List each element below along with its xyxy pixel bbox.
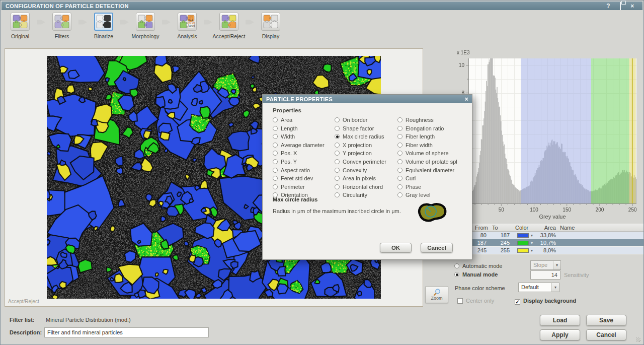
workflow-step-accept-reject[interactable]: Accept/Reject	[212, 13, 246, 39]
puzzle-accept-reject-icon	[219, 13, 238, 31]
chevron-down-icon[interactable]: ▾	[531, 248, 533, 253]
property-radio-average-diameter[interactable]: Average diameter	[273, 142, 335, 148]
phase-table-row[interactable]: 80187▾33,8%	[471, 232, 643, 239]
property-radio-fiber-length[interactable]: Fiber length	[397, 133, 473, 140]
property-radio-on-border[interactable]: On border	[335, 117, 397, 123]
property-radio-aspect-ratio[interactable]: Aspect ratio	[273, 167, 335, 173]
property-radio-fiber-width[interactable]: Fiber width	[397, 142, 473, 148]
radio-icon	[397, 117, 403, 122]
radio-icon	[335, 176, 340, 181]
property-radio-x-projection[interactable]: X projection	[335, 142, 397, 148]
col-header-from[interactable]: From	[471, 225, 488, 231]
automatic-mode-radio[interactable]: Automatic mode	[454, 263, 502, 269]
to-cell: 245	[488, 240, 511, 246]
radio-icon	[273, 159, 278, 164]
property-radio-volume-of-sphere[interactable]: Volume of sphere	[397, 150, 473, 156]
property-radio-phase[interactable]: Phase	[397, 184, 473, 190]
dialog-cancel-button[interactable]: Cancel	[421, 243, 453, 253]
dialog-ok-button[interactable]: OK	[380, 243, 412, 253]
chevron-down-icon[interactable]: ▾	[531, 241, 533, 245]
svg-text:1000: 1000	[188, 24, 195, 27]
phase-color-scheme-dropdown[interactable]: Default ▾	[518, 283, 559, 292]
color-cell[interactable]: ▾	[511, 248, 535, 253]
workflow-step-analysis[interactable]: 10001100101000Analysis	[171, 13, 204, 39]
puzzle-display-icon	[261, 13, 280, 31]
property-radio-curl[interactable]: Curl	[397, 175, 473, 181]
property-radio-label: Aspect ratio	[281, 167, 310, 173]
radio-icon	[273, 143, 278, 148]
property-radio-elongation-ratio[interactable]: Elongation ratio	[397, 125, 473, 131]
description-label: Description:	[10, 329, 42, 335]
property-radio-gray-level[interactable]: Gray level	[397, 192, 473, 198]
properties-radio-grid: AreaLengthWidthAverage diameterPos. XPos…	[273, 117, 473, 198]
chevron-down-icon[interactable]: ▾	[531, 233, 533, 238]
apply-button[interactable]: Apply	[540, 329, 580, 340]
col-header-name[interactable]: Name	[557, 225, 643, 231]
property-radio-shape-factor[interactable]: Shape factor	[335, 125, 397, 131]
manual-mode-radio[interactable]: Manual mode	[454, 271, 498, 278]
property-radio-volume-of-prolate-spl[interactable]: Volume of prolate spl	[397, 159, 473, 165]
area-cell: 8,0%	[535, 247, 557, 253]
property-radio-area[interactable]: Area	[273, 117, 335, 123]
workflow-step-morphology[interactable]: Morphology	[129, 13, 162, 39]
grey-value-histogram[interactable]	[451, 48, 644, 222]
property-radio-y-projection[interactable]: Y projection	[335, 150, 397, 156]
radio-icon	[273, 176, 278, 181]
property-radio-label: Convex perimeter	[343, 159, 386, 165]
col-header-to[interactable]: To	[488, 225, 511, 231]
workflow-step-label: Display	[262, 33, 279, 39]
color-cell[interactable]: ▾	[511, 241, 535, 245]
radio-icon	[273, 117, 278, 122]
property-radio-area-in-pixels[interactable]: Area in pixels	[335, 175, 397, 181]
load-button[interactable]: Load	[540, 315, 580, 326]
property-radio-perimeter[interactable]: Perimeter	[273, 184, 335, 190]
display-background-checkbox[interactable]: ✓Display background	[515, 298, 576, 305]
workflow-step-binarize[interactable]: Binarize	[87, 13, 120, 39]
property-radio-convexity[interactable]: Convexity	[335, 167, 397, 173]
property-radio-label: Elongation ratio	[406, 125, 444, 131]
restore-icon[interactable]	[614, 3, 626, 10]
properties-column: AreaLengthWidthAverage diameterPos. XPos…	[273, 117, 335, 198]
property-radio-length[interactable]: Length	[273, 125, 335, 131]
description-input[interactable]	[44, 327, 209, 337]
col-header-area[interactable]: Area	[535, 225, 557, 231]
slope-dropdown[interactable]: Slope ▾	[530, 260, 561, 270]
sensitivity-label: Sensitivity	[564, 272, 589, 278]
workflow-step-filters[interactable]: Filters	[45, 13, 78, 39]
col-header-color[interactable]: Color	[511, 225, 535, 231]
property-radio-convex-perimeter[interactable]: Convex perimeter	[335, 159, 397, 165]
property-radio-horizontal-chord[interactable]: Horizontal chord	[335, 184, 397, 190]
phase-table-body: 80187▾33,8%187245▾10,7%245255▾8,0%	[471, 232, 643, 254]
workflow-step-display[interactable]: Display	[254, 13, 287, 39]
property-radio-roughness[interactable]: Roughness	[397, 117, 473, 123]
workflow-step-original[interactable]: Original	[4, 13, 37, 39]
phase-table-row[interactable]: 187245▾10,7%	[471, 239, 643, 247]
color-cell[interactable]: ▾	[511, 233, 535, 238]
cancel-button[interactable]: Cancel	[586, 329, 626, 340]
help-icon[interactable]: ?	[602, 3, 614, 10]
radio-icon	[273, 134, 278, 139]
center-only-checkbox[interactable]: Center only	[457, 298, 494, 304]
property-radio-pos-y[interactable]: Pos. Y	[273, 159, 335, 165]
close-icon[interactable]: ×	[626, 3, 638, 10]
puzzle-filters-icon	[52, 13, 71, 31]
zoom-button[interactable]: Zoom	[425, 286, 448, 303]
resize-grip[interactable]	[636, 337, 640, 342]
property-radio-label: X projection	[343, 142, 372, 148]
property-radio-circularity[interactable]: Circularity	[335, 192, 397, 198]
property-radio-max-circle-radius[interactable]: Max circle radius	[335, 133, 397, 140]
property-radio-equivalent-diameter[interactable]: Equivalent diameter	[397, 167, 473, 173]
dialog-close-icon[interactable]: ×	[465, 96, 468, 103]
property-radio-label: Curl	[406, 175, 416, 181]
property-radio-pos-x[interactable]: Pos. X	[273, 150, 335, 156]
sensitivity-input[interactable]	[530, 270, 560, 280]
property-radio-width[interactable]: Width	[273, 133, 335, 140]
window-titlebar[interactable]: CONFIGURATION OF PARTICLE DETECTION ? ×	[2, 2, 642, 10]
save-button[interactable]: Save	[586, 315, 626, 326]
property-radio-label: Volume of prolate spl	[406, 159, 457, 165]
property-radio-feret-std-dev[interactable]: Feret std dev	[273, 175, 335, 181]
radio-icon	[273, 126, 278, 131]
radio-icon	[335, 184, 340, 189]
phase-table-row[interactable]: 245255▾8,0%	[471, 247, 643, 254]
dialog-titlebar[interactable]: PARTICLE PROPERTIES ×	[263, 95, 472, 103]
